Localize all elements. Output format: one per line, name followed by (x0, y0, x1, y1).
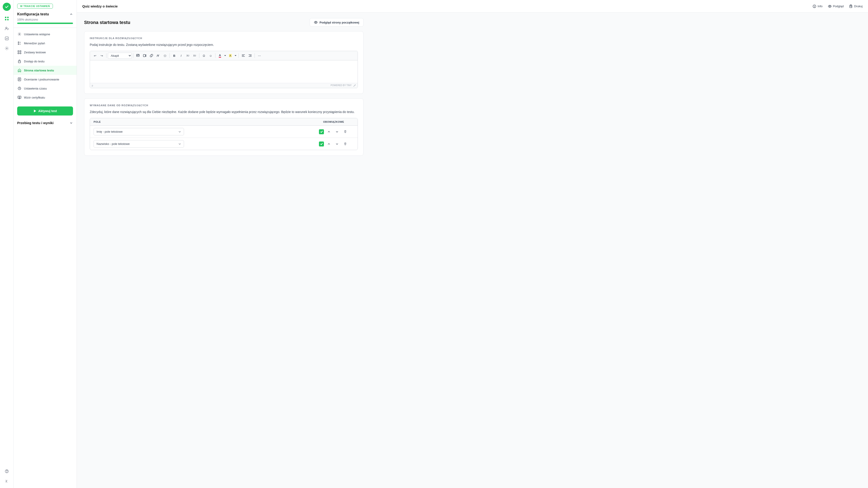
checkbox-imie[interactable] (319, 129, 324, 134)
italic-button[interactable]: I (178, 53, 184, 59)
svg-rect-2 (5, 19, 6, 20)
more-options-button[interactable]: ⋯ (256, 53, 262, 59)
field-select-nazwisko[interactable]: Nazwisko - pole tekstowe (94, 140, 313, 148)
sidebar-item-menedzer-pytan[interactable]: Menedżer pytań (13, 39, 76, 48)
move-up-imie[interactable] (326, 129, 332, 135)
bold-button[interactable]: B (171, 53, 178, 59)
delete-imie[interactable] (342, 129, 348, 135)
svg-rect-3 (7, 19, 8, 20)
config-section-title[interactable]: Konfiguracja testu (17, 12, 73, 16)
svg-rect-34 (242, 56, 245, 57)
editor-body[interactable] (90, 60, 358, 83)
nav-item-label: Strona startowa testu (24, 69, 54, 72)
editor-footer: p POWERED BY TINY (90, 83, 358, 88)
toolbar-sep-7 (254, 53, 255, 58)
print-button[interactable]: Drukuj (849, 4, 863, 8)
logo-icon[interactable] (3, 3, 11, 11)
nav-item-label: Ustawienia czasu (24, 87, 47, 90)
svg-point-28 (315, 22, 316, 23)
results-section-title[interactable]: Przebieg testu i wyniki (13, 118, 76, 127)
grid-icon (17, 50, 22, 55)
left-panel-header: W TRAKCIE USTAWIEŃ Konfiguracja testu 10… (13, 0, 76, 28)
sidebar-item-zestawy-testowe[interactable]: Zestawy testowe (13, 48, 76, 57)
instructions-card: INSTRUKCJE DLA ROZWIĄZUJĄCYCH Podaj inst… (84, 31, 364, 94)
svg-point-30 (137, 55, 137, 55)
move-down-imie[interactable] (334, 129, 340, 135)
settings-icon (17, 32, 22, 36)
nav-item-label: Ustawienia wstępne (24, 33, 50, 36)
editor-p-indicator: p (92, 84, 93, 87)
svg-rect-13 (18, 51, 19, 52)
page-preview-button[interactable]: Podgląd strony początkowej (310, 18, 364, 27)
checkbox-nazwisko[interactable] (319, 142, 324, 147)
nav-icon-settings[interactable] (3, 44, 11, 53)
highlight-button[interactable]: A (227, 53, 234, 59)
sidebar-item-ocenianie[interactable]: Ocenianie i podsumowanie (13, 75, 76, 84)
emoji-button[interactable]: ☺ (208, 53, 214, 59)
subscript-button[interactable]: X2 (185, 53, 191, 59)
list-icon (17, 41, 22, 45)
sidebar-item-strona-startowa[interactable]: Strona startowa testu (13, 66, 76, 75)
superscript-button[interactable]: X2 (191, 53, 198, 59)
svg-rect-11 (18, 42, 19, 43)
redo-button[interactable]: ↪ (98, 53, 105, 59)
omega-button[interactable]: Ω (201, 53, 207, 59)
svg-rect-36 (250, 55, 252, 56)
field-select-imie[interactable]: Imię - pole tekstowe (94, 128, 313, 135)
insert-code-button[interactable]: {} (162, 53, 168, 59)
svg-rect-12 (18, 43, 19, 44)
nav-icon-grid[interactable] (3, 14, 11, 23)
activate-button[interactable]: Aktywuj test (17, 106, 73, 116)
svg-rect-20 (18, 96, 21, 98)
clock-icon (17, 86, 22, 91)
editor-toolbar: ↩ ↪ Akapit Nagłówek 1 Nagłówek 2 (90, 51, 358, 60)
align-right-button[interactable] (247, 53, 253, 59)
insert-link-button[interactable] (148, 53, 155, 59)
sidebar-item-ustawienia-czasu[interactable]: Ustawienia czasu (13, 84, 76, 93)
info-button[interactable]: Info (813, 4, 823, 8)
page-body: Strona startowa testu Podgląd strony poc… (77, 13, 371, 166)
svg-rect-1 (7, 17, 8, 18)
editor-container: ↩ ↪ Akapit Nagłówek 1 Nagłówek 2 (90, 51, 358, 88)
nav-icon-back[interactable] (3, 477, 11, 485)
row-actions-imie (313, 129, 354, 135)
sidebar-item-wzor-certyfikatu[interactable]: Wzór certyfikatu (13, 93, 76, 102)
required-data-card: WYMAGANE DANE OD ROZWIĄZUJĄCYCH Zdecyduj… (84, 98, 364, 156)
sidebar-item-ustawienia-wstepne[interactable]: Ustawienia wstępne (13, 30, 76, 39)
home-icon (17, 68, 22, 72)
move-up-nazwisko[interactable] (326, 141, 332, 147)
undo-button[interactable]: ↩ (92, 53, 98, 59)
header-actions: Info Podgląd Drukuj (813, 4, 863, 8)
toolbar-sep-3 (169, 53, 170, 58)
required-data-description: Zdecyduj, które dane rozwiązujących są d… (90, 110, 358, 114)
nav-icon-analytics[interactable] (3, 34, 11, 42)
svg-rect-37 (249, 56, 252, 57)
highlight-dropdown[interactable] (234, 53, 237, 59)
delete-nazwisko[interactable] (342, 141, 348, 147)
powered-by: POWERED BY TINY (331, 84, 356, 87)
nav-icon-users[interactable] (3, 24, 11, 33)
svg-rect-17 (18, 61, 21, 63)
font-color-button[interactable]: A (217, 53, 223, 59)
toolbar-sep-2 (133, 53, 133, 58)
certificate-icon (17, 95, 22, 100)
svg-rect-15 (18, 53, 19, 54)
col-header-field: POLE (94, 120, 313, 123)
insert-video-button[interactable] (142, 53, 148, 59)
preview-button[interactable]: Podgląd (828, 4, 844, 8)
icon-sidebar (0, 0, 13, 488)
insert-math-button[interactable] (155, 53, 161, 59)
svg-point-10 (19, 34, 20, 35)
move-down-nazwisko[interactable] (334, 141, 340, 147)
svg-point-24 (829, 6, 830, 7)
nav-item-label: Wzór certyfikatu (24, 96, 45, 99)
page-header-row: Strona startowa testu Podgląd strony poc… (84, 18, 364, 27)
paragraph-select[interactable]: Akapit Nagłówek 1 Nagłówek 2 (108, 53, 132, 59)
font-color-dropdown[interactable] (223, 53, 227, 59)
sidebar-item-dostep[interactable]: Dostęp do testu (13, 57, 76, 66)
toolbar-sep-4 (199, 53, 199, 58)
progress-label: 100% ukończono (17, 18, 73, 21)
insert-image-button[interactable] (135, 53, 141, 59)
align-left-button[interactable] (240, 53, 246, 59)
nav-icon-help[interactable] (3, 467, 11, 475)
